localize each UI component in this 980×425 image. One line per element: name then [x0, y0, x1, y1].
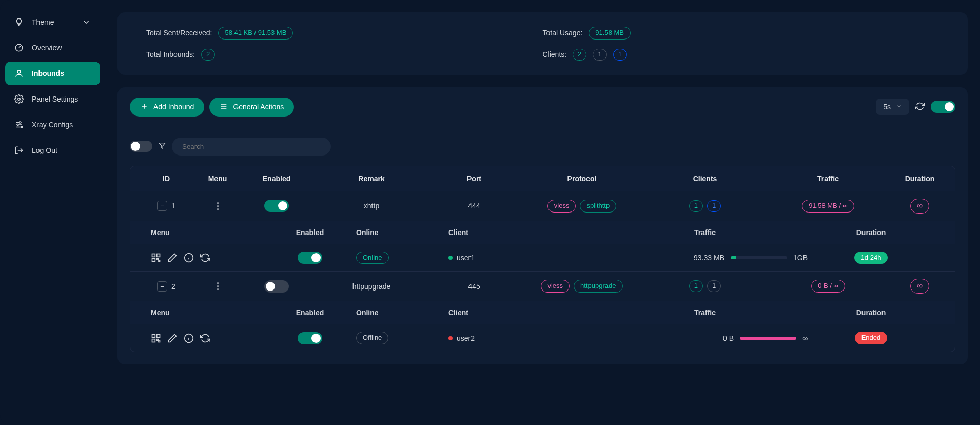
th-traffic: Traffic: [761, 175, 895, 183]
sub-action-icons: [151, 253, 210, 263]
sub-used: 0 B: [723, 334, 734, 342]
row-proto2: splithttp: [580, 200, 616, 212]
stat-clients-blue: 1: [613, 49, 627, 61]
th-enabled: Enabled: [243, 175, 310, 183]
row-menu-button[interactable]: [215, 200, 221, 212]
sliders-icon: [14, 120, 24, 129]
qr-icon[interactable]: [151, 333, 161, 343]
autorefresh-toggle[interactable]: [931, 101, 955, 113]
status-dot: [448, 256, 453, 260]
sidebar-item-theme[interactable]: Theme: [5, 10, 100, 34]
sub-used: 93.33 MB: [694, 254, 724, 262]
svg-rect-9: [152, 259, 155, 262]
filter-toggle[interactable]: [130, 141, 152, 152]
sub-duration: Ended: [855, 332, 888, 344]
row-id: 1: [171, 202, 175, 210]
stat-clients-green: 2: [573, 49, 586, 61]
sidebar-label: Theme: [32, 18, 54, 26]
general-actions-label: General Actions: [233, 103, 284, 111]
row-clients-blue: 1: [707, 200, 721, 212]
chevron-down-icon: [82, 17, 91, 27]
sidebar-label: Xray Configs: [32, 121, 73, 129]
sub-duration: 1d 24h: [854, 252, 888, 264]
sub-action-icons: [151, 333, 210, 343]
sidebar-label: Overview: [32, 44, 62, 52]
online-badge: Online: [356, 252, 389, 264]
svg-rect-7: [152, 254, 155, 257]
row-proto2: httpupgrade: [574, 280, 622, 293]
stat-inbounds-value: 2: [201, 49, 215, 61]
row-port: 445: [433, 282, 515, 291]
sub-enabled-toggle[interactable]: [298, 332, 322, 344]
logout-icon: [14, 146, 24, 155]
stat-usage-label: Total Usage:: [543, 29, 583, 37]
sh-online: Online: [356, 308, 448, 317]
sh-duration: Duration: [808, 228, 934, 237]
gear-icon: [14, 94, 24, 104]
traffic-progress: [740, 337, 796, 340]
sub-limit: 1GB: [793, 254, 808, 262]
sub-enabled-toggle[interactable]: [298, 252, 322, 264]
svg-rect-15: [152, 339, 155, 342]
sub-client: user1: [457, 254, 475, 262]
th-port: Port: [433, 175, 515, 183]
row-duration: ∞: [910, 279, 929, 294]
sub-row: Offline user2 0 B ∞ Ended: [130, 324, 955, 352]
sub-limit: ∞: [802, 334, 808, 342]
sidebar-label: Panel Settings: [32, 95, 78, 103]
row-clients-green: 1: [689, 200, 703, 212]
svg-point-1: [17, 70, 21, 73]
sub-header: Menu Enabled Online Client Traffic Durat…: [130, 301, 955, 324]
table-header: ID Menu Enabled Remark Port Protocol Cli…: [130, 166, 955, 191]
traffic-progress: [731, 256, 787, 259]
collapse-button[interactable]: −: [157, 201, 167, 211]
search-input[interactable]: [172, 138, 331, 156]
sh-client: Client: [448, 228, 602, 237]
qr-icon[interactable]: [151, 253, 161, 263]
row-port: 444: [433, 202, 515, 210]
row-menu-button[interactable]: [215, 280, 221, 292]
svg-rect-11: [159, 260, 160, 262]
sidebar-item-xray-configs[interactable]: Xray Configs: [5, 113, 100, 137]
row-enabled-toggle[interactable]: [264, 280, 289, 293]
refresh-icon[interactable]: [915, 102, 925, 112]
sh-client: Client: [448, 308, 602, 317]
sub-client: user2: [457, 334, 475, 342]
sh-duration: Duration: [808, 308, 934, 317]
reset-icon[interactable]: [200, 253, 210, 263]
row-traffic: 91.58 MB / ∞: [802, 200, 854, 212]
th-protocol: Protocol: [515, 175, 649, 183]
sidebar-item-overview[interactable]: Overview: [5, 36, 100, 60]
row-proto1: vless: [547, 200, 576, 212]
filter-icon[interactable]: [159, 142, 166, 151]
stat-clients-grey: 1: [593, 49, 606, 61]
sidebar-label: Log Out: [32, 146, 57, 154]
info-icon[interactable]: [184, 253, 194, 263]
add-inbound-button[interactable]: Add Inbound: [130, 98, 204, 117]
sidebar-label: Inbounds: [32, 69, 64, 78]
row-proto1: vless: [541, 280, 570, 293]
svg-rect-17: [159, 341, 160, 342]
sidebar-item-panel-settings[interactable]: Panel Settings: [5, 87, 100, 111]
sidebar-item-inbounds[interactable]: Inbounds: [5, 62, 100, 85]
sub-header: Menu Enabled Online Client Traffic Durat…: [130, 221, 955, 244]
inbounds-panel: Add Inbound General Actions 5s: [117, 87, 968, 364]
plus-icon: [140, 102, 148, 112]
edit-icon[interactable]: [167, 253, 178, 263]
sh-traffic: Traffic: [602, 308, 808, 317]
svg-point-3: [19, 122, 21, 123]
general-actions-button[interactable]: General Actions: [209, 98, 294, 117]
stat-sent-value: 58.41 KB / 91.53 MB: [218, 27, 293, 40]
reset-icon[interactable]: [200, 333, 210, 343]
collapse-button[interactable]: −: [157, 281, 167, 292]
sh-online: Online: [356, 228, 448, 237]
row-enabled-toggle[interactable]: [264, 200, 289, 212]
sh-enabled: Enabled: [264, 228, 356, 237]
sidebar-item-logout[interactable]: Log Out: [5, 139, 100, 162]
svg-rect-10: [157, 259, 159, 260]
sh-enabled: Enabled: [264, 308, 356, 317]
info-icon[interactable]: [184, 333, 194, 343]
refresh-interval-select[interactable]: 5s: [876, 99, 909, 115]
online-badge: Offline: [356, 332, 388, 344]
edit-icon[interactable]: [167, 333, 178, 343]
